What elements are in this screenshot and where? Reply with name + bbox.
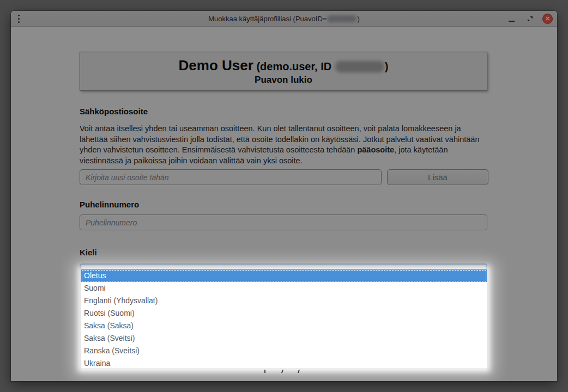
dropdown-option-ranska-sveitsi[interactable]: Ranska (Sveitsi)	[81, 345, 487, 357]
dropdown-option-saksa-sveitsi[interactable]: Saksa (Sveitsi)	[81, 332, 487, 345]
dropdown-option-saksa-saksa[interactable]: Saksa (Saksa)	[81, 320, 487, 332]
dropdown-option-ruotsi[interactable]: Ruotsi (Suomi)	[81, 307, 487, 320]
dropdown-option-oletus[interactable]: Oletus	[81, 270, 487, 282]
dropdown-option-englanti[interactable]: Englanti (Yhdysvallat)	[81, 295, 487, 307]
dropdown-option-ukraina[interactable]: Ukraina	[81, 357, 487, 370]
dropdown-option-suomi[interactable]: Suomi	[81, 282, 487, 295]
obscured-text-fragment	[264, 370, 265, 373]
language-dropdown-popup: Oletus Suomi Englanti (Yhdysvallat) Ruot…	[81, 269, 487, 369]
dialog-window: Muokkaa käyttäjäprofiiliasi (PuavoID=) ✕…	[11, 11, 557, 381]
